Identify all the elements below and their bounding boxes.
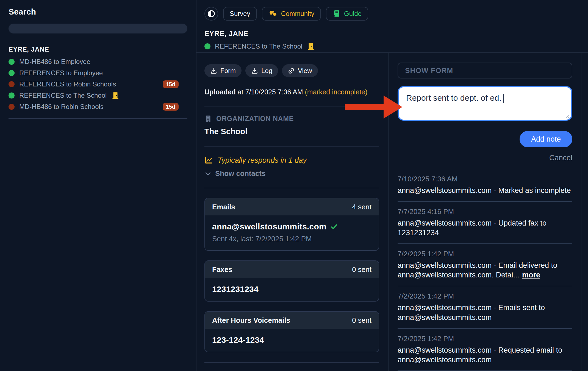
activity-log: 7/10/2025 7:36 AM anna@swellstosummits.c…: [398, 175, 572, 371]
chevron-down-icon: [204, 170, 212, 177]
view-link-button[interactable]: View: [282, 64, 318, 77]
status-dot-red-icon: [9, 104, 15, 110]
community-button[interactable]: Community: [262, 7, 321, 21]
more-link[interactable]: more: [522, 271, 540, 279]
search-title: Search: [9, 7, 187, 16]
sidebar-divider: [196, 0, 196, 371]
show-contacts-label: Show contacts: [215, 169, 265, 178]
cancel-link[interactable]: Cancel: [549, 154, 572, 162]
voicemail-number-value: 123-124-1234: [212, 335, 371, 345]
add-note-button[interactable]: Add note: [520, 131, 572, 147]
fax-number-value: 1231231234: [212, 285, 371, 294]
log-message: anna@swellstosummits.com · Emails sent t…: [398, 303, 572, 322]
card-title: After Hours Voicemails: [212, 316, 290, 325]
status-dot-green-icon: [204, 43, 210, 49]
book-icon: [332, 10, 341, 18]
log-message: anna@swellstosummits.com · Requested ema…: [398, 345, 572, 365]
record-status-row: REFERENCES to The School: [204, 42, 379, 50]
sidebar-list-divider: [9, 118, 187, 119]
show-form-button[interactable]: SHOW FORM: [398, 63, 572, 78]
search-input[interactable]: [9, 24, 187, 33]
status-dot-green-icon: [9, 59, 15, 65]
log-divider: [398, 201, 572, 202]
email-address-text: anna@swellstosummits.com: [212, 222, 326, 231]
log-divider: [398, 243, 572, 244]
log-timestamp: 7/2/2025 1:42 PM: [398, 292, 572, 300]
faxes-card-header: Faxes 0 sent: [205, 261, 379, 278]
case-label: REFERENCES to Robin Schools: [19, 80, 116, 88]
community-button-label: Community: [281, 10, 314, 18]
theme-toggle-button[interactable]: [204, 7, 218, 21]
guide-button[interactable]: Guide: [326, 7, 368, 21]
case-list-item[interactable]: REFERENCES to The School: [9, 90, 187, 101]
verified-check-icon: [330, 223, 338, 231]
log-message: anna@swellstosummits.com · Email deliver…: [398, 261, 572, 280]
guide-button-label: Guide: [344, 10, 362, 18]
log-message: anna@swellstosummits.com · Marked as inc…: [398, 186, 572, 195]
resize-handle-icon[interactable]: [565, 113, 569, 118]
emails-card-body: anna@swellstosummits.com Sent 4x, last: …: [205, 215, 379, 250]
log-button-label: Log: [261, 67, 272, 75]
case-list-item[interactable]: REFERENCES to Robin Schools 15d: [9, 78, 187, 90]
log-entry: 7/10/2025 7:36 AM anna@swellstosummits.c…: [398, 175, 572, 195]
log-entry: 7/2/2025 1:42 PM anna@swellstosummits.co…: [398, 250, 572, 280]
case-label: MD-HB486 to Robin Schools: [19, 103, 104, 111]
card-title: Emails: [212, 203, 235, 211]
cancel-row: Cancel: [398, 154, 572, 162]
card-title: Faxes: [212, 265, 232, 274]
case-label: REFERENCES to The School: [19, 92, 107, 99]
add-note-label: Add note: [531, 135, 561, 144]
case-list-item[interactable]: REFERENCES to Employee: [9, 67, 187, 78]
contrast-icon: [207, 9, 216, 18]
chat-bubbles-icon: [268, 9, 278, 18]
organization-name: The School: [204, 127, 379, 136]
sent-count: 0 sent: [352, 265, 371, 274]
emails-card-header: Emails 4 sent: [205, 198, 379, 215]
log-message: anna@swellstosummits.com · Updated fax t…: [398, 218, 572, 238]
text-cursor: [503, 94, 504, 103]
note-text: Report sent to dept. of ed.: [406, 93, 501, 102]
log-timestamp: 7/2/2025 1:42 PM: [398, 250, 572, 258]
log-entry: 7/2/2025 1:42 PM anna@swellstosummits.co…: [398, 292, 572, 322]
note-textarea[interactable]: Report sent to dept. of ed.: [398, 86, 572, 121]
survey-button[interactable]: Survey: [223, 7, 257, 21]
door-icon: [111, 91, 120, 100]
annotation-arrow-icon: [345, 95, 402, 119]
age-badge: 15d: [163, 103, 179, 111]
log-entry: 7/7/2025 4:16 PM anna@swellstosummits.co…: [398, 207, 572, 238]
organization-label-text: ORGANIZATION NAME: [216, 115, 294, 123]
case-list-item[interactable]: MD-HB486 to Employee: [9, 56, 187, 67]
survey-button-label: Survey: [230, 10, 250, 18]
log-timestamp: 7/2/2025 1:42 PM: [398, 335, 572, 343]
faxes-card-body: 1231231234: [205, 278, 379, 301]
note-actions-row: Add note: [398, 131, 572, 147]
log-entry: 7/2/2025 1:42 PM anna@swellstosummits.co…: [398, 335, 572, 365]
record-actions-row: Form Log View: [204, 64, 379, 77]
notes-panel: SHOW FORM Report sent to dept. of ed. Ad…: [398, 63, 572, 371]
uploaded-label: Uploaded: [204, 88, 236, 96]
status-dot-green-icon: [9, 70, 15, 76]
search-sidebar: Search EYRE, JANE MD-HB486 to Employee R…: [0, 0, 196, 371]
emails-card: Emails 4 sent anna@swellstosummits.com S…: [204, 198, 379, 251]
uploaded-timestamp: at 7/10/2025 7:36 AM: [238, 88, 303, 96]
download-form-button[interactable]: Form: [204, 64, 242, 77]
link-icon: [288, 67, 295, 74]
download-log-button[interactable]: Log: [245, 64, 278, 77]
voicemails-card: After Hours Voicemails 0 sent 123-124-12…: [204, 311, 379, 352]
record-title: REFERENCES to The School: [215, 43, 302, 50]
patient-group-title: EYRE, JANE: [9, 46, 187, 53]
view-button-label: View: [298, 67, 312, 75]
section-divider: [204, 362, 379, 363]
line-chart-icon: [204, 156, 213, 165]
status-dot-red-icon: [9, 81, 15, 87]
show-contacts-toggle[interactable]: Show contacts: [204, 169, 379, 178]
show-form-label: SHOW FORM: [405, 66, 453, 75]
building-icon: [204, 115, 212, 123]
voicemails-card-body: 123-124-1234: [205, 329, 379, 352]
log-divider: [398, 328, 572, 329]
log-timestamp: 7/7/2025 4:16 PM: [398, 207, 572, 216]
response-time-note: Typically responds in 1 day: [204, 156, 379, 165]
case-list-item[interactable]: MD-HB486 to Robin Schools 15d: [9, 101, 187, 112]
sent-count: 0 sent: [352, 316, 371, 325]
email-address-value: anna@swellstosummits.com: [212, 222, 371, 231]
